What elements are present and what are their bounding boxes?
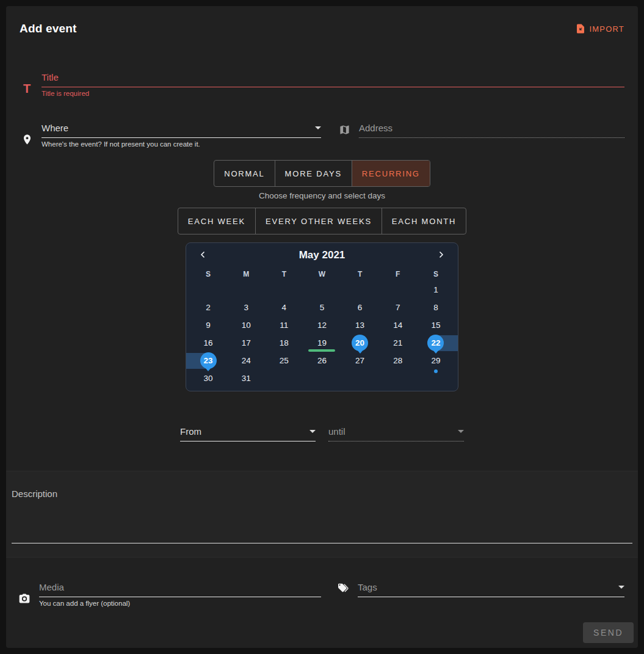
calendar-day[interactable]: 20 [341, 334, 379, 352]
calendar: May 2021 S M T W T F S 12345678910111213… [186, 242, 458, 391]
until-field: until [328, 426, 464, 441]
calendar-day[interactable]: 7 [379, 299, 417, 316]
media-helper: You can add a flyer (optional) [39, 600, 321, 607]
day-number: 15 [427, 317, 444, 333]
description-label: Description [11, 489, 633, 499]
caret-down-icon [315, 126, 321, 129]
description-underline [12, 543, 632, 543]
calendar-day[interactable]: 28 [379, 352, 417, 369]
calendar-day[interactable]: 25 [265, 352, 303, 369]
send-button[interactable]: SEND [583, 622, 634, 643]
address-field: Address [337, 123, 624, 148]
day-number: 26 [314, 352, 330, 369]
where-helper: Where's the event? If not present you ca… [42, 140, 321, 148]
address-placeholder: Address [359, 123, 624, 133]
calendar-day[interactable]: 30 [189, 369, 227, 387]
until-placeholder: until [328, 426, 453, 437]
title-field: T Title Title is required [20, 72, 624, 97]
calendar-grid: 1234567891011121314151617181920212223242… [189, 281, 455, 387]
calendar-day[interactable]: 17 [227, 334, 265, 352]
tab-recurring[interactable]: RECURRING [352, 161, 430, 186]
calendar-day[interactable]: 6 [341, 299, 379, 316]
day-number: 16 [200, 335, 217, 351]
selected-day-number: 20 [352, 335, 368, 351]
day-number: 1 [427, 282, 444, 298]
tags-placeholder: Tags [358, 582, 613, 592]
calendar-empty-cell [303, 281, 341, 299]
calendar-day[interactable]: 23 [189, 352, 227, 369]
calendar-day[interactable]: 11 [265, 316, 303, 334]
calendar-day[interactable]: 9 [189, 316, 227, 334]
day-number: 11 [276, 317, 292, 333]
day-number: 6 [352, 299, 368, 316]
calendar-empty-cell [189, 281, 227, 299]
calendar-next-button[interactable] [435, 249, 447, 263]
weekday-label: F [379, 270, 417, 278]
calendar-day[interactable]: 22 [417, 334, 455, 352]
calendar-day[interactable]: 10 [227, 316, 265, 334]
until-select[interactable]: until [328, 426, 464, 441]
calendar-prev-button[interactable] [197, 249, 209, 263]
tags-select[interactable]: Tags [358, 582, 624, 597]
calendar-empty-cell [265, 281, 303, 299]
freq-every-other-weeks[interactable]: EVERY OTHER WEEKS [255, 208, 382, 234]
calendar-day[interactable]: 4 [265, 299, 303, 316]
calendar-day[interactable]: 21 [379, 334, 417, 352]
weekday-label: W [303, 270, 341, 278]
where-field: Where Where's the event? If not present … [20, 123, 321, 148]
calendar-day[interactable]: 2 [189, 299, 227, 316]
calendar-day[interactable]: 24 [227, 352, 265, 369]
add-event-dialog: Add event IMPORT T Title Title is requir… [6, 6, 638, 648]
day-number: 3 [238, 299, 255, 316]
dialog-header: Add event IMPORT [6, 6, 638, 35]
calendar-day[interactable]: 27 [341, 352, 379, 369]
calendar-day[interactable]: 8 [417, 299, 455, 316]
map-icon [337, 124, 352, 138]
day-number: 25 [276, 352, 292, 369]
day-number: 24 [238, 352, 255, 369]
tab-more-days[interactable]: MORE DAYS [275, 161, 352, 186]
calendar-day[interactable]: 19 [303, 334, 341, 352]
calendar-day[interactable]: 13 [341, 316, 379, 334]
weekday-label: T [265, 270, 303, 278]
import-label: IMPORT [589, 24, 624, 34]
location-pin-icon [20, 134, 34, 148]
calendar-day[interactable]: 18 [265, 334, 303, 352]
day-number: 8 [427, 299, 444, 316]
caret-down-icon [458, 430, 464, 433]
description-textarea[interactable] [11, 499, 633, 543]
tab-normal[interactable]: NORMAL [214, 161, 274, 186]
media-field: Media You can add a flyer (optional) [17, 582, 321, 607]
import-button[interactable]: IMPORT [575, 23, 624, 34]
calendar-empty-cell [303, 369, 341, 387]
calendar-empty-cell [379, 281, 417, 299]
calendar-day[interactable]: 5 [303, 299, 341, 316]
calendar-day[interactable]: 3 [227, 299, 265, 316]
where-select[interactable]: Where [42, 123, 321, 138]
from-field: From [180, 426, 316, 441]
frequency-options: EACH WEEK EVERY OTHER WEEKS EACH MONTH [178, 208, 467, 234]
freq-each-week[interactable]: EACH WEEK [178, 208, 255, 234]
title-input[interactable]: Title [42, 72, 624, 87]
media-input[interactable]: Media [39, 582, 321, 597]
calendar-day[interactable]: 29 [417, 352, 455, 369]
calendar-day[interactable]: 15 [417, 316, 455, 334]
camera-icon [17, 592, 32, 607]
from-select[interactable]: From [180, 426, 316, 441]
day-number: 2 [200, 299, 217, 316]
day-number: 7 [389, 299, 406, 316]
day-number: 31 [238, 370, 255, 387]
calendar-day[interactable]: 31 [227, 369, 265, 387]
calendar-day[interactable]: 14 [379, 316, 417, 334]
day-number: 21 [389, 335, 406, 351]
address-input[interactable]: Address [359, 123, 624, 138]
day-number: 27 [352, 352, 368, 369]
calendar-day[interactable]: 26 [303, 352, 341, 369]
calendar-weekday-headers: S M T W T F S [189, 267, 455, 281]
calendar-day[interactable]: 16 [189, 334, 227, 352]
calendar-day[interactable]: 1 [417, 281, 455, 299]
calendar-day[interactable]: 12 [303, 316, 341, 334]
freq-each-month[interactable]: EACH MONTH [382, 208, 466, 234]
description-section: Description [6, 471, 638, 558]
day-number: 18 [276, 335, 292, 351]
